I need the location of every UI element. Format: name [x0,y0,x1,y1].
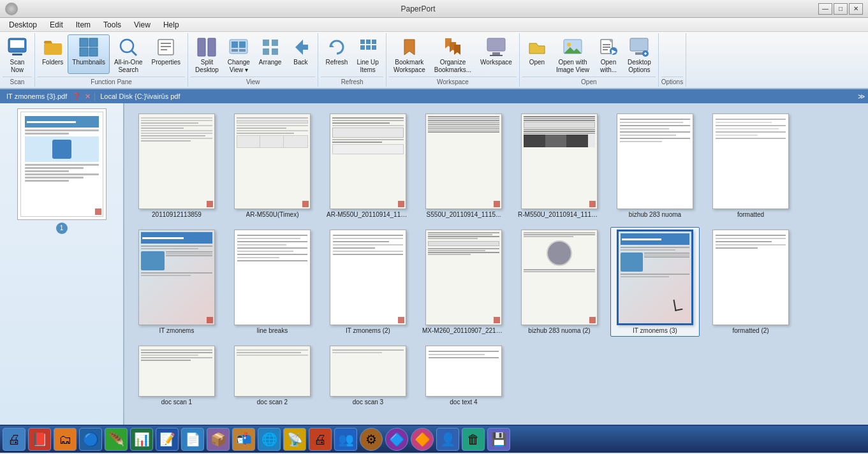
thumb-box[interactable] [138,346,215,397]
split-desktop-button[interactable]: SplitDesktop [191,34,223,74]
taskbar-printer[interactable]: 🖨 [3,428,26,451]
thumbnails-icon [78,37,99,57]
thumb-item[interactable]: doc scan 3 [323,343,413,408]
thumb-item[interactable]: formatted [706,111,795,221]
open-button[interactable]: Open [522,34,552,74]
taskbar-app1[interactable]: 🪶 [105,428,128,451]
organize-bookmarks-label: OrganizeBookmarks... [434,59,471,74]
arrange-button[interactable]: Arrange [254,34,286,74]
folders-button[interactable]: Folders [38,34,68,74]
thumb-item[interactable]: IT zmonems (2) [323,227,413,337]
taskbar-save[interactable]: 💾 [487,428,510,451]
organize-bookmarks-button[interactable]: OrganizeBookmarks... [430,34,476,74]
taskbar-hex[interactable]: 🔶 [411,428,434,451]
thumb-item[interactable]: R-M550U_20110914_111816 [515,111,604,221]
thumb-item[interactable]: formatted (2) [706,227,795,337]
line-up-button[interactable]: Line UpItems [352,34,383,74]
open-with-button[interactable]: ▶ Openwith... [594,34,623,74]
menu-desktop[interactable]: Desktop [3,19,43,31]
thumb-box[interactable] [712,113,789,209]
menu-help[interactable]: Help [157,19,186,31]
svg-text:▶: ▶ [612,48,617,55]
thumb-box[interactable] [234,230,311,325]
workspace-icon [486,37,506,57]
menu-item[interactable]: Item [70,19,97,31]
back-button[interactable]: Back [286,34,315,74]
thumb-item[interactable]: 20110912113859 [132,111,221,221]
taskbar-files[interactable]: 🗂 [54,428,77,451]
panel-bar: IT zmonems {3}.pdf ❓ ✕ Local Disk {C:}\i… [0,89,868,103]
thumbnails-button[interactable]: Thumbnails [68,34,110,74]
close-panel-icon[interactable]: ✕ [85,92,91,101]
taskbar-package[interactable]: 📦 [207,428,230,451]
change-view-button[interactable]: ChangeView ▾ [223,34,254,74]
thumb-box[interactable] [521,230,598,325]
svg-marker-25 [295,40,308,55]
thumb-item[interactable]: S550U_20110914_1115... [419,111,508,221]
taskbar-doc[interactable]: 📄 [181,428,204,451]
taskbar-settings[interactable]: ⚙ [360,428,383,451]
thumb-box[interactable] [234,113,311,209]
thumb-item[interactable]: AR-M550U(Timex) [228,111,317,221]
desktop-options-button[interactable]: DesktopOptions [623,34,656,74]
minimize-button[interactable]: — [818,3,832,15]
maximize-button[interactable]: □ [834,3,848,15]
menu-view[interactable]: View [128,19,157,31]
thumb-box[interactable] [330,346,406,397]
taskbar-printer2[interactable]: 🖨 [309,428,332,451]
thumb-item[interactable]: bizhub 283 nuoma (2) [515,227,604,337]
thumb-box[interactable] [138,230,215,325]
thumb-box[interactable] [425,230,502,325]
taskbar-diamond[interactable]: 🔷 [385,428,408,451]
content-area[interactable]: 20110912113859 [124,103,868,425]
thumb-box[interactable] [521,113,598,209]
thumb-box[interactable] [330,113,406,209]
thumb-label: IT zmonems (3) [633,327,677,334]
thumb-box[interactable] [425,113,502,209]
thumb-box[interactable] [425,346,502,397]
taskbar-excel[interactable]: 📊 [130,428,153,451]
taskbar-acrobat[interactable]: 📕 [28,428,51,451]
folders-icon [43,37,63,57]
taskbar-mail[interactable]: 📬 [232,428,255,451]
thumb-item[interactable]: MX-M260_20110907_221829 [419,227,508,337]
scan-now-button[interactable]: ScanNow [3,34,32,74]
thumb-item[interactable]: AR-M550U_20110914_111508 [323,111,413,221]
thumb-item-selected[interactable]: IT zmonems (3) [610,227,700,337]
refresh-button[interactable]: Refresh [321,34,352,74]
thumb-item[interactable]: doc text 4 [419,343,508,408]
help-icon[interactable]: ❓ [72,92,81,101]
thumb-box[interactable] [330,230,406,325]
thumb-box[interactable] [234,346,311,397]
ribbon-group-scan: ScanNow Scan [0,33,35,87]
thumb-item[interactable]: IT zmonems [132,227,221,337]
workspace-button[interactable]: Workspace [476,34,517,74]
all-in-one-button[interactable]: All-in-OneSearch [110,34,147,74]
taskbar-word[interactable]: 📝 [156,428,179,451]
thumb-box[interactable] [712,230,789,325]
thumb-item[interactable]: doc scan 1 [132,343,221,408]
open-with-image-view-button[interactable]: Open withImage View [552,34,594,74]
line-up-icon [358,37,378,57]
bookmark-workspace-button[interactable]: BookmarkWorkspace [389,34,430,74]
menu-tools[interactable]: Tools [97,19,128,31]
properties-button[interactable]: Properties [147,34,186,74]
expand-icon[interactable]: ≫ [858,92,865,101]
taskbar-browser[interactable]: 🌐 [258,428,281,451]
close-button[interactable]: ✕ [849,3,863,15]
thumb-item[interactable]: line breaks [228,227,317,337]
thumb-box[interactable] [138,113,215,209]
thumb-box[interactable] [617,113,693,209]
taskbar-user[interactable]: 👤 [436,428,459,451]
taskbar-users[interactable]: 👥 [334,428,357,451]
taskbar-ftp[interactable]: 📡 [283,428,306,451]
thumb-item[interactable]: doc scan 2 [228,343,317,408]
taskbar-trash[interactable]: 🗑 [462,428,485,451]
window-controls[interactable]: — □ ✕ [818,3,863,15]
thumb-item[interactable]: bizhub 283 nuoma [610,111,700,221]
thumb-box-selected[interactable] [617,230,693,325]
taskbar-paperport[interactable]: 🔵 [79,428,102,451]
svg-rect-30 [360,45,365,50]
open-group-label: Open [522,77,656,87]
menu-edit[interactable]: Edit [43,19,70,31]
